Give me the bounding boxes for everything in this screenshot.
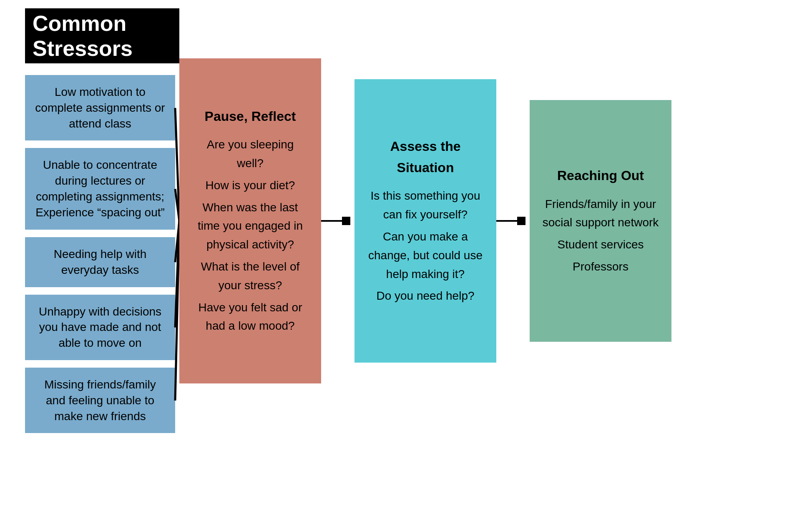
assess-item-0: Is this something you can fix yourself?: [367, 187, 484, 224]
arrow-head-2: [517, 217, 525, 225]
arrow-line-1: [321, 220, 342, 222]
arrow-pause-assess: [321, 217, 354, 225]
pause-title: Pause, Reflect: [205, 106, 296, 127]
assess-item-2: Do you need help?: [376, 287, 474, 306]
reaching-item-1: Student services: [558, 235, 644, 254]
arrow-head-1: [342, 217, 350, 225]
reaching-title: Reaching Out: [557, 165, 644, 186]
symptom-box-4: Missing friends/family and feeling unabl…: [25, 368, 175, 433]
pause-item-0: Are you sleeping well?: [192, 135, 309, 173]
pause-item-1: How is your diet?: [206, 176, 295, 195]
symptom-box-3: Unhappy with decisions you have made and…: [25, 295, 175, 360]
pause-item-2: When was the last time you engaged in ph…: [192, 198, 309, 254]
pause-item-3: What is the level of your stress?: [192, 258, 309, 295]
assess-box: Assess the Situation Is this something y…: [354, 79, 496, 363]
reaching-item-0: Friends/family in your social support ne…: [542, 195, 659, 233]
arrow-line-2: [496, 220, 517, 222]
assess-title: Assess the Situation: [367, 136, 484, 178]
right-section: Pause, Reflect Are you sleeping well? Ho…: [179, 58, 787, 383]
page-title: Common Stressors: [25, 8, 179, 63]
symptom-box-1: Unable to concentrate during lectures or…: [25, 148, 175, 229]
pause-item-4: Have you felt sad or had a low mood?: [192, 298, 309, 336]
reaching-item-2: Professors: [573, 258, 628, 276]
arrow-assess-reaching: [496, 217, 530, 225]
main-layout: Common Stressors Low motivation to compl…: [0, 0, 812, 441]
left-column: Common Stressors Low motivation to compl…: [25, 8, 179, 433]
symptom-box-0: Low motivation to complete assignments o…: [25, 75, 175, 140]
assess-item-1: Can you make a change, but could use hel…: [367, 228, 484, 283]
reaching-box: Reaching Out Friends/family in your soci…: [530, 100, 671, 342]
symptom-box-2: Needing help with everyday tasks: [25, 237, 175, 287]
pause-box: Pause, Reflect Are you sleeping well? Ho…: [179, 58, 321, 383]
